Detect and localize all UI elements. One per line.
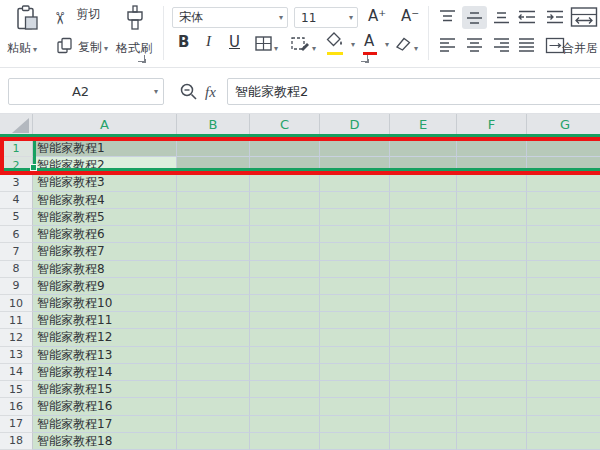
cell-G17[interactable] <box>527 416 600 433</box>
cell-G8[interactable] <box>527 261 600 278</box>
cell-F14[interactable] <box>457 364 527 381</box>
cell-D1[interactable] <box>320 140 390 157</box>
align-bottom-button[interactable] <box>492 9 511 29</box>
cell-A11[interactable]: 智能家教程11 <box>33 312 177 329</box>
cell-A14[interactable]: 智能家教程14 <box>33 364 177 381</box>
cell-E7[interactable] <box>390 243 457 260</box>
cell-C8[interactable] <box>250 261 320 278</box>
cell-G7[interactable] <box>527 243 600 260</box>
cell-D4[interactable] <box>320 192 390 209</box>
row-header-16[interactable]: 16 <box>0 398 33 415</box>
cell-A1[interactable]: 智能家教程1 <box>33 140 177 157</box>
cell-G5[interactable] <box>527 209 600 226</box>
cell-C15[interactable] <box>250 381 320 398</box>
underline-button[interactable]: U <box>229 33 240 51</box>
column-header-G[interactable]: G <box>527 114 600 135</box>
cell-E16[interactable] <box>390 398 457 415</box>
column-header-C[interactable]: C <box>250 114 320 135</box>
cell-G3[interactable] <box>527 174 600 191</box>
cell-C2[interactable] <box>250 157 320 174</box>
cell-D3[interactable] <box>320 174 390 191</box>
cell-F17[interactable] <box>457 416 527 433</box>
paste-button[interactable]: 粘贴▾ <box>7 37 37 57</box>
cell-E10[interactable] <box>390 295 457 312</box>
font-color-dropdown-icon[interactable]: ▾ <box>385 40 389 49</box>
cell-B17[interactable] <box>177 416 250 433</box>
cell-D16[interactable] <box>320 398 390 415</box>
grow-font-button[interactable]: A⁺ <box>368 7 386 25</box>
cell-E12[interactable] <box>390 329 457 346</box>
cell-A18[interactable]: 智能家教程18 <box>33 433 177 450</box>
cell-A10[interactable]: 智能家教程10 <box>33 295 177 312</box>
align-left-button[interactable] <box>438 37 457 57</box>
row-header-4[interactable]: 4 <box>0 192 33 209</box>
cell-E14[interactable] <box>390 364 457 381</box>
name-box[interactable]: A2 ▾ <box>8 78 164 105</box>
cell-D5[interactable] <box>320 209 390 226</box>
column-header-B[interactable]: B <box>177 114 250 135</box>
cell-D2[interactable] <box>320 157 390 174</box>
cell-B15[interactable] <box>177 381 250 398</box>
cell-A6[interactable]: 智能家教程6 <box>33 226 177 243</box>
align-middle-button[interactable] <box>462 6 487 29</box>
cell-A9[interactable]: 智能家教程9 <box>33 278 177 295</box>
decrease-indent-button[interactable] <box>517 9 537 29</box>
column-header-A[interactable]: A <box>33 114 177 135</box>
cell-F13[interactable] <box>457 347 527 364</box>
cell-F11[interactable] <box>457 312 527 329</box>
cell-B7[interactable] <box>177 243 250 260</box>
formula-input[interactable]: 智能家教程2 <box>227 78 600 105</box>
cell-G16[interactable] <box>527 398 600 415</box>
row-header-10[interactable]: 10 <box>0 295 33 312</box>
cell-F15[interactable] <box>457 381 527 398</box>
increase-indent-button[interactable] <box>545 9 565 29</box>
cell-F18[interactable] <box>457 433 527 450</box>
row-header-1[interactable]: 1 <box>0 140 33 157</box>
cell-F4[interactable] <box>457 192 527 209</box>
cell-B14[interactable] <box>177 364 250 381</box>
cell-A15[interactable]: 智能家教程15 <box>33 381 177 398</box>
cell-G2[interactable] <box>527 157 600 174</box>
row-header-5[interactable]: 5 <box>0 209 33 226</box>
cell-D8[interactable] <box>320 261 390 278</box>
cell-E5[interactable] <box>390 209 457 226</box>
row-header-13[interactable]: 13 <box>0 347 33 364</box>
cell-C1[interactable] <box>250 140 320 157</box>
cell-D14[interactable] <box>320 364 390 381</box>
cell-D13[interactable] <box>320 347 390 364</box>
magnifier-icon[interactable] <box>179 82 199 106</box>
cell-A5[interactable]: 智能家教程5 <box>33 209 177 226</box>
cell-D15[interactable] <box>320 381 390 398</box>
column-header-D[interactable]: D <box>320 114 390 135</box>
cell-B4[interactable] <box>177 192 250 209</box>
cell-B8[interactable] <box>177 261 250 278</box>
cell-A13[interactable]: 智能家教程13 <box>33 347 177 364</box>
cell-C5[interactable] <box>250 209 320 226</box>
align-center-button[interactable] <box>465 37 484 57</box>
cell-E6[interactable] <box>390 226 457 243</box>
draw-border-button[interactable]: ▾ <box>291 36 316 55</box>
cell-F10[interactable] <box>457 295 527 312</box>
cell-E4[interactable] <box>390 192 457 209</box>
cell-G13[interactable] <box>527 347 600 364</box>
justify-button[interactable] <box>517 37 536 57</box>
cell-B13[interactable] <box>177 347 250 364</box>
cell-F3[interactable] <box>457 174 527 191</box>
row-header-11[interactable]: 11 <box>0 312 33 329</box>
cell-E13[interactable] <box>390 347 457 364</box>
cell-E8[interactable] <box>390 261 457 278</box>
cell-F12[interactable] <box>457 329 527 346</box>
cell-F7[interactable] <box>457 243 527 260</box>
cell-F5[interactable] <box>457 209 527 226</box>
cell-B1[interactable] <box>177 140 250 157</box>
cell-E11[interactable] <box>390 312 457 329</box>
paste-icon[interactable] <box>14 4 40 33</box>
font-dialog-launcher-icon[interactable] <box>361 55 368 62</box>
cell-A4[interactable]: 智能家教程4 <box>33 192 177 209</box>
row-header-6[interactable]: 6 <box>0 226 33 243</box>
cell-G15[interactable] <box>527 381 600 398</box>
cell-G9[interactable] <box>527 278 600 295</box>
cell-D6[interactable] <box>320 226 390 243</box>
cell-E17[interactable] <box>390 416 457 433</box>
cell-E3[interactable] <box>390 174 457 191</box>
